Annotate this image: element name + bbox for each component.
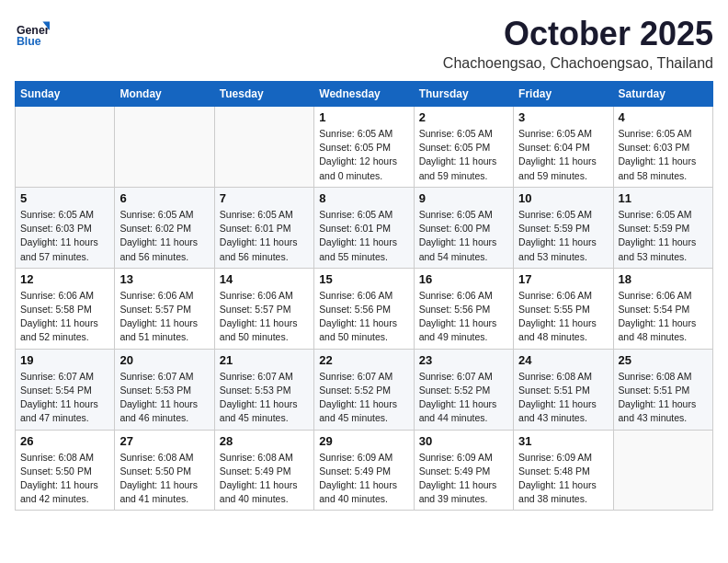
calendar-cell: 10Sunrise: 6:05 AMSunset: 5:59 PMDayligh… [514, 187, 613, 268]
day-number: 28 [220, 434, 309, 448]
day-info: Sunrise: 6:05 AMSunset: 6:01 PMDaylight:… [220, 208, 309, 264]
weekday-header-monday: Monday [115, 82, 214, 107]
calendar-cell: 20Sunrise: 6:07 AMSunset: 5:53 PMDayligh… [115, 349, 214, 430]
month-title: October 2025 [443, 15, 713, 53]
day-info: Sunrise: 6:05 AMSunset: 6:01 PMDaylight:… [319, 208, 408, 264]
day-info: Sunrise: 6:07 AMSunset: 5:52 PMDaylight:… [319, 370, 408, 426]
day-info: Sunrise: 6:05 AMSunset: 6:05 PMDaylight:… [319, 127, 408, 183]
calendar-cell [214, 107, 313, 188]
calendar-cell: 27Sunrise: 6:08 AMSunset: 5:50 PMDayligh… [115, 430, 214, 511]
calendar-cell: 6Sunrise: 6:05 AMSunset: 6:02 PMDaylight… [115, 187, 214, 268]
day-info: Sunrise: 6:06 AMSunset: 5:56 PMDaylight:… [419, 289, 508, 345]
weekday-header-saturday: Saturday [613, 82, 712, 107]
day-number: 14 [220, 272, 309, 286]
day-info: Sunrise: 6:08 AMSunset: 5:49 PMDaylight:… [220, 451, 309, 507]
day-number: 8 [319, 191, 408, 205]
day-number: 16 [419, 272, 508, 286]
day-info: Sunrise: 6:09 AMSunset: 5:49 PMDaylight:… [319, 451, 408, 507]
day-number: 1 [319, 110, 408, 124]
day-number: 31 [518, 434, 608, 448]
calendar-cell: 26Sunrise: 6:08 AMSunset: 5:50 PMDayligh… [16, 430, 115, 511]
day-info: Sunrise: 6:05 AMSunset: 6:00 PMDaylight:… [419, 208, 508, 264]
calendar-cell: 19Sunrise: 6:07 AMSunset: 5:54 PMDayligh… [16, 349, 115, 430]
day-number: 7 [220, 191, 309, 205]
calendar-cell: 7Sunrise: 6:05 AMSunset: 6:01 PMDaylight… [214, 187, 313, 268]
calendar-cell: 30Sunrise: 6:09 AMSunset: 5:49 PMDayligh… [414, 430, 513, 511]
calendar-cell: 9Sunrise: 6:05 AMSunset: 6:00 PMDaylight… [414, 187, 513, 268]
day-info: Sunrise: 6:08 AMSunset: 5:50 PMDaylight:… [119, 451, 209, 507]
day-info: Sunrise: 6:08 AMSunset: 5:50 PMDaylight:… [20, 451, 109, 507]
calendar-week-5: 26Sunrise: 6:08 AMSunset: 5:50 PMDayligh… [16, 430, 713, 511]
day-info: Sunrise: 6:08 AMSunset: 5:51 PMDaylight:… [518, 370, 608, 426]
day-number: 19 [20, 353, 109, 367]
calendar-cell [16, 107, 115, 188]
calendar-cell: 2Sunrise: 6:05 AMSunset: 6:05 PMDaylight… [414, 107, 513, 188]
day-info: Sunrise: 6:05 AMSunset: 5:59 PMDaylight:… [619, 208, 708, 264]
day-number: 10 [518, 191, 608, 205]
calendar-week-3: 12Sunrise: 6:06 AMSunset: 5:58 PMDayligh… [16, 268, 713, 349]
calendar-cell: 3Sunrise: 6:05 AMSunset: 6:04 PMDaylight… [514, 107, 613, 188]
calendar-cell: 21Sunrise: 6:07 AMSunset: 5:53 PMDayligh… [214, 349, 313, 430]
day-number: 11 [619, 191, 708, 205]
day-info: Sunrise: 6:06 AMSunset: 5:57 PMDaylight:… [119, 289, 209, 345]
day-info: Sunrise: 6:05 AMSunset: 6:04 PMDaylight:… [518, 127, 608, 183]
calendar-cell [115, 107, 214, 188]
day-info: Sunrise: 6:06 AMSunset: 5:56 PMDaylight:… [319, 289, 408, 345]
calendar-cell: 13Sunrise: 6:06 AMSunset: 5:57 PMDayligh… [115, 268, 214, 349]
calendar-cell: 18Sunrise: 6:06 AMSunset: 5:54 PMDayligh… [613, 268, 712, 349]
day-number: 12 [20, 272, 109, 286]
weekday-header-sunday: Sunday [16, 82, 115, 107]
calendar-cell: 5Sunrise: 6:05 AMSunset: 6:03 PMDaylight… [16, 187, 115, 268]
day-number: 21 [220, 353, 309, 367]
weekday-header-row: SundayMondayTuesdayWednesdayThursdayFrid… [16, 82, 713, 107]
day-number: 6 [119, 191, 209, 205]
day-number: 24 [518, 353, 608, 367]
day-number: 30 [419, 434, 508, 448]
calendar-cell: 31Sunrise: 6:09 AMSunset: 5:48 PMDayligh… [514, 430, 613, 511]
day-info: Sunrise: 6:08 AMSunset: 5:51 PMDaylight:… [619, 370, 708, 426]
day-info: Sunrise: 6:07 AMSunset: 5:53 PMDaylight:… [119, 370, 209, 426]
calendar-cell: 16Sunrise: 6:06 AMSunset: 5:56 PMDayligh… [414, 268, 513, 349]
calendar-cell: 17Sunrise: 6:06 AMSunset: 5:55 PMDayligh… [514, 268, 613, 349]
logo: General Blue [15, 15, 53, 50]
calendar-cell: 8Sunrise: 6:05 AMSunset: 6:01 PMDaylight… [314, 187, 414, 268]
day-number: 13 [119, 272, 209, 286]
calendar-cell: 4Sunrise: 6:05 AMSunset: 6:03 PMDaylight… [613, 107, 712, 188]
calendar-cell: 28Sunrise: 6:08 AMSunset: 5:49 PMDayligh… [214, 430, 313, 511]
day-info: Sunrise: 6:07 AMSunset: 5:53 PMDaylight:… [220, 370, 309, 426]
day-number: 5 [20, 191, 109, 205]
day-info: Sunrise: 6:06 AMSunset: 5:57 PMDaylight:… [220, 289, 309, 345]
day-info: Sunrise: 6:05 AMSunset: 6:03 PMDaylight:… [619, 127, 708, 183]
weekday-header-thursday: Thursday [414, 82, 513, 107]
day-number: 17 [518, 272, 608, 286]
day-number: 25 [619, 353, 708, 367]
title-block: October 2025 Chachoengsao, Chachoengsao,… [443, 15, 713, 72]
day-number: 2 [419, 110, 508, 124]
day-info: Sunrise: 6:06 AMSunset: 5:58 PMDaylight:… [20, 289, 109, 345]
day-info: Sunrise: 6:05 AMSunset: 5:59 PMDaylight:… [518, 208, 608, 264]
calendar-week-2: 5Sunrise: 6:05 AMSunset: 6:03 PMDaylight… [16, 187, 713, 268]
weekday-header-wednesday: Wednesday [314, 82, 414, 107]
calendar-cell: 23Sunrise: 6:07 AMSunset: 5:52 PMDayligh… [414, 349, 513, 430]
svg-text:Blue: Blue [17, 35, 41, 48]
day-number: 22 [319, 353, 408, 367]
calendar-cell: 24Sunrise: 6:08 AMSunset: 5:51 PMDayligh… [514, 349, 613, 430]
calendar-cell: 14Sunrise: 6:06 AMSunset: 5:57 PMDayligh… [214, 268, 313, 349]
calendar-week-1: 1Sunrise: 6:05 AMSunset: 6:05 PMDaylight… [16, 107, 713, 188]
calendar-week-4: 19Sunrise: 6:07 AMSunset: 5:54 PMDayligh… [16, 349, 713, 430]
calendar-cell: 22Sunrise: 6:07 AMSunset: 5:52 PMDayligh… [314, 349, 414, 430]
day-number: 15 [319, 272, 408, 286]
day-info: Sunrise: 6:06 AMSunset: 5:54 PMDaylight:… [619, 289, 708, 345]
day-number: 3 [518, 110, 608, 124]
weekday-header-tuesday: Tuesday [214, 82, 313, 107]
day-number: 23 [419, 353, 508, 367]
day-info: Sunrise: 6:06 AMSunset: 5:55 PMDaylight:… [518, 289, 608, 345]
day-number: 26 [20, 434, 109, 448]
day-number: 4 [619, 110, 708, 124]
day-info: Sunrise: 6:07 AMSunset: 5:52 PMDaylight:… [419, 370, 508, 426]
day-info: Sunrise: 6:05 AMSunset: 6:03 PMDaylight:… [20, 208, 109, 264]
day-number: 27 [119, 434, 209, 448]
day-info: Sunrise: 6:05 AMSunset: 6:05 PMDaylight:… [419, 127, 508, 183]
day-number: 9 [419, 191, 508, 205]
location-title: Chachoengsao, Chachoengsao, Thailand [443, 55, 713, 72]
